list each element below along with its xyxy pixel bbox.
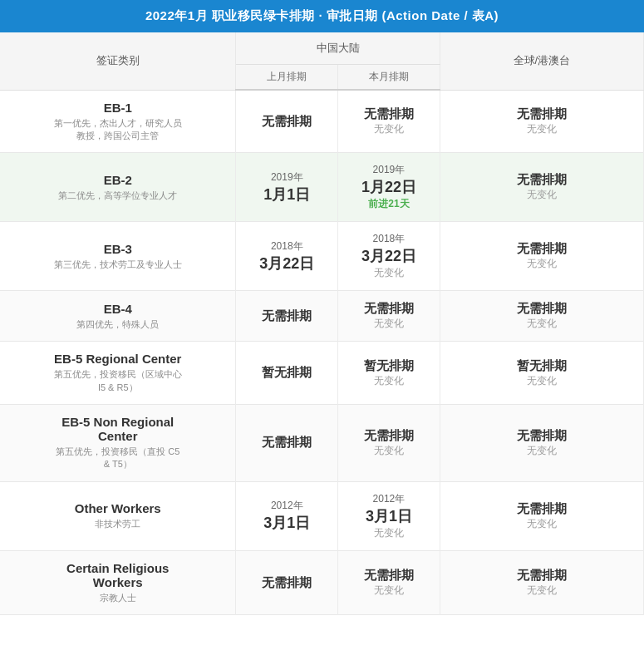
china-current-cell: 暂无排期无变化 bbox=[338, 342, 440, 405]
visa-type-cell: EB-2第二优先，高等学位专业人才 bbox=[0, 153, 236, 222]
header-china-group: 中国大陆 bbox=[236, 32, 440, 65]
china-last-cell: 2018年3月22日 bbox=[236, 222, 338, 291]
visa-type-cell: EB-1第一优先，杰出人才，研究人员教授，跨国公司主管 bbox=[0, 90, 236, 153]
global-cell: 无需排期无变化 bbox=[440, 90, 643, 153]
table-row: EB-3第三优先，技术劳工及专业人士2018年3月22日2018年3月22日无变… bbox=[0, 222, 644, 291]
china-current-cell: 无需排期无变化 bbox=[338, 291, 440, 342]
header-last-col: 上月排期 bbox=[236, 65, 338, 91]
global-cell: 无需排期无变化 bbox=[440, 405, 643, 482]
table-row: EB-1第一优先，杰出人才，研究人员教授，跨国公司主管无需排期无需排期无变化无需… bbox=[0, 90, 644, 153]
table-row: EB-4第四优先，特殊人员无需排期无需排期无变化无需排期无变化 bbox=[0, 291, 644, 342]
table-row: EB-5 Regional Center第五优先，投资移民（区域中心I5 & R… bbox=[0, 342, 644, 405]
china-last-cell: 无需排期 bbox=[236, 291, 338, 342]
header-current-col: 本月排期 bbox=[338, 65, 440, 91]
visa-type-cell: EB-5 Non RegionalCenter第五优先，投资移民（直投 C5& … bbox=[0, 405, 236, 482]
china-current-cell: 无需排期无变化 bbox=[338, 90, 440, 153]
china-current-cell: 无需排期无变化 bbox=[338, 405, 440, 482]
visa-type-cell: EB-5 Regional Center第五优先，投资移民（区域中心I5 & R… bbox=[0, 342, 236, 405]
china-current-cell: 无需排期无变化 bbox=[338, 550, 440, 614]
visa-type-cell: EB-4第四优先，特殊人员 bbox=[0, 291, 236, 342]
china-last-cell: 2019年1月1日 bbox=[236, 153, 338, 222]
table-row: Other Workers非技术劳工2012年3月1日2012年3月1日无变化无… bbox=[0, 481, 644, 550]
table-row: EB-2第二优先，高等学位专业人才2019年1月1日2019年1月22日前进21… bbox=[0, 153, 644, 222]
visa-type-cell: Other Workers非技术劳工 bbox=[0, 481, 236, 550]
global-cell: 无需排期无变化 bbox=[440, 222, 643, 291]
china-current-cell: 2018年3月22日无变化 bbox=[338, 222, 440, 291]
china-last-cell: 暂无排期 bbox=[236, 342, 338, 405]
visa-type-cell: EB-3第三优先，技术劳工及专业人士 bbox=[0, 222, 236, 291]
china-last-cell: 无需排期 bbox=[236, 550, 338, 614]
china-current-cell: 2019年1月22日前进21天 bbox=[338, 153, 440, 222]
global-cell: 无需排期无变化 bbox=[440, 550, 643, 614]
visa-type-cell: Certain ReligiousWorkers宗教人士 bbox=[0, 550, 236, 614]
china-last-cell: 无需排期 bbox=[236, 90, 338, 153]
china-current-cell: 2012年3月1日无变化 bbox=[338, 481, 440, 550]
header-global-col: 全球/港澳台 bbox=[440, 32, 643, 90]
global-cell: 无需排期无变化 bbox=[440, 291, 643, 342]
global-cell: 暂无排期无变化 bbox=[440, 342, 643, 405]
page-title: 2022年1月 职业移民绿卡排期 · 审批日期 (Action Date / 表… bbox=[0, 0, 644, 32]
china-last-cell: 2012年3月1日 bbox=[236, 481, 338, 550]
china-last-cell: 无需排期 bbox=[236, 405, 338, 482]
global-cell: 无需排期无变化 bbox=[440, 481, 643, 550]
table-row: EB-5 Non RegionalCenter第五优先，投资移民（直投 C5& … bbox=[0, 405, 644, 482]
global-cell: 无需排期无变化 bbox=[440, 153, 643, 222]
header-visa-col: 签证类别 bbox=[0, 32, 236, 90]
table-row: Certain ReligiousWorkers宗教人士无需排期无需排期无变化无… bbox=[0, 550, 644, 614]
